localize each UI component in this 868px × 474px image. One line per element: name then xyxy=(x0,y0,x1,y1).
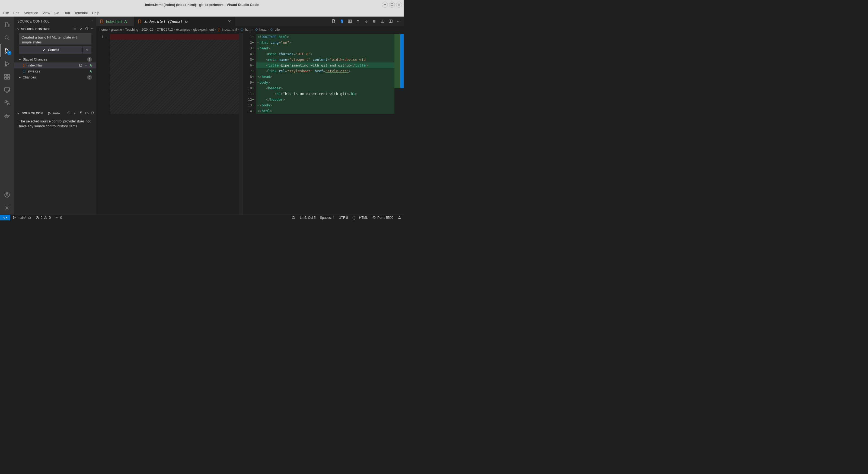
svg-point-38 xyxy=(400,21,401,22)
graph-empty-message: The selected source control provider doe… xyxy=(14,116,96,131)
tab-index-html[interactable]: index.html A xyxy=(96,17,134,26)
crumb[interactable]: examples xyxy=(176,28,190,31)
commit-check-icon[interactable] xyxy=(79,27,83,31)
editor-more-icon[interactable] xyxy=(397,19,401,24)
crumb[interactable]: 2024-25 xyxy=(142,28,154,31)
tab-close-icon[interactable] xyxy=(227,19,231,24)
window-minimize-button[interactable] xyxy=(382,2,388,8)
radio-icon xyxy=(55,216,59,219)
svg-point-36 xyxy=(397,21,398,22)
crumb[interactable]: head xyxy=(259,28,267,31)
pull-icon[interactable] xyxy=(73,111,77,115)
window-maximize-button[interactable] xyxy=(389,2,395,8)
menu-view[interactable]: View xyxy=(40,10,52,16)
status-live-server[interactable]: Port : 5500 xyxy=(370,216,396,219)
toggle-file-icon[interactable] xyxy=(340,19,344,24)
graph-refresh-icon[interactable] xyxy=(91,111,95,115)
crumb[interactable]: CTEC2712 xyxy=(157,28,173,31)
editor-area: index.html A index.html (Index) xyxy=(96,17,404,214)
changes-header[interactable]: Changes 0 xyxy=(14,75,96,80)
commit-button[interactable]: Commit xyxy=(19,46,82,54)
commit-message-input[interactable]: Created a basic HTML template with simpl… xyxy=(19,33,91,45)
tab-index-html-staged[interactable]: index.html (Index) xyxy=(134,17,235,26)
map-icon[interactable] xyxy=(380,19,384,24)
menu-help[interactable]: Help xyxy=(90,10,101,16)
menu-run[interactable]: Run xyxy=(61,10,72,16)
push-icon[interactable] xyxy=(85,111,89,115)
svg-point-39 xyxy=(13,216,14,217)
diff-side-icon[interactable] xyxy=(348,19,352,24)
menu-go[interactable]: Go xyxy=(52,10,61,16)
git-graph-icon[interactable] xyxy=(1,96,13,110)
next-change-icon[interactable] xyxy=(364,19,368,24)
status-cursor[interactable]: Ln 6, Col 5 xyxy=(298,216,318,219)
panel-more-icon[interactable] xyxy=(89,19,93,24)
fetch-icon[interactable] xyxy=(79,111,83,115)
unstage-icon[interactable] xyxy=(84,63,88,68)
remote-indicator[interactable] xyxy=(0,215,10,221)
left-gutter: 1 — xyxy=(96,33,110,214)
source-control-section-header[interactable]: SOURCE CONTROL xyxy=(14,26,96,32)
crumb[interactable]: index.html xyxy=(222,28,237,31)
menu-file[interactable]: File xyxy=(1,10,11,16)
remote-explorer-icon[interactable] xyxy=(1,83,13,96)
crumb[interactable]: graeme xyxy=(111,28,122,31)
crumb[interactable]: title xyxy=(275,28,280,31)
source-control-icon[interactable]: 2 xyxy=(1,44,13,57)
status-feedback-icon[interactable] xyxy=(289,216,298,219)
new-file-icon[interactable] xyxy=(332,19,336,24)
staged-changes-header[interactable]: Staged Changes 2 xyxy=(14,56,96,62)
explorer-icon[interactable] xyxy=(1,18,13,31)
diff-editor: 1 — 1+2+3+4+5+6+7+8+9+10+11+12+13+14+ <!… xyxy=(96,33,404,214)
error-count: 0 xyxy=(41,216,42,219)
refresh-icon[interactable] xyxy=(84,27,89,31)
breadcrumb[interactable]: home› graeme› Teaching› 2024-25› CTEC271… xyxy=(96,26,404,33)
status-ports[interactable]: 0 xyxy=(53,216,64,219)
symbol-icon xyxy=(240,28,244,31)
right-code[interactable]: <!DOCTYPE html><html lang="en"><head> <m… xyxy=(256,33,394,214)
warning-icon xyxy=(44,216,48,219)
target-icon[interactable] xyxy=(67,111,71,115)
staged-file-index-html[interactable]: index.html A xyxy=(14,62,96,68)
docker-icon[interactable] xyxy=(1,110,13,122)
status-problems[interactable]: 0 0 xyxy=(33,216,53,219)
scrollbar[interactable] xyxy=(400,33,404,214)
menu-selection[interactable]: Selection xyxy=(22,10,40,16)
split-editor-icon[interactable] xyxy=(389,19,393,24)
settings-gear-icon[interactable] xyxy=(1,202,13,214)
file-name: style.css xyxy=(28,69,88,73)
accounts-icon[interactable] xyxy=(1,188,13,202)
status-bar: main* 0 0 0 Ln 6, Col 5 Spaces: 4 UTF-8 … xyxy=(0,214,404,220)
left-code[interactable] xyxy=(110,33,239,214)
graph-auto-label: Auto xyxy=(53,112,60,115)
minimap[interactable] xyxy=(394,33,400,214)
commit-dropdown-button[interactable] xyxy=(83,46,91,54)
crumb[interactable]: Teaching xyxy=(125,28,138,31)
source-control-graph-header[interactable]: SOURCE CON… Auto xyxy=(14,110,96,116)
svg-rect-7 xyxy=(5,78,6,79)
scrollbar-thumb[interactable] xyxy=(400,34,404,88)
status-encoding[interactable]: UTF-8 xyxy=(337,216,350,219)
status-spaces[interactable]: Spaces: 4 xyxy=(318,216,337,219)
crumb[interactable]: git-experiment xyxy=(193,28,214,31)
window-controls xyxy=(382,2,402,8)
extensions-icon[interactable] xyxy=(1,70,13,83)
crumb[interactable]: html xyxy=(245,28,251,31)
section-more-icon[interactable] xyxy=(90,27,95,31)
changes-label: Changes xyxy=(23,76,36,79)
whitespace-icon[interactable] xyxy=(372,19,376,24)
window-close-button[interactable] xyxy=(396,2,402,8)
search-icon[interactable] xyxy=(1,31,13,44)
prev-change-icon[interactable] xyxy=(356,19,360,24)
view-tree-icon[interactable] xyxy=(72,27,77,31)
menu-terminal[interactable]: Terminal xyxy=(72,10,90,16)
run-debug-icon[interactable] xyxy=(1,57,13,70)
open-file-icon[interactable] xyxy=(79,63,83,68)
crumb[interactable]: home xyxy=(99,28,108,31)
staged-file-style-css[interactable]: style.css A xyxy=(14,68,96,75)
menu-edit[interactable]: Edit xyxy=(11,10,22,16)
sync-icon[interactable] xyxy=(27,216,31,219)
status-language[interactable]: { } HTML xyxy=(350,216,370,219)
status-branch[interactable]: main* xyxy=(10,216,33,219)
status-bell-icon[interactable] xyxy=(396,216,404,219)
